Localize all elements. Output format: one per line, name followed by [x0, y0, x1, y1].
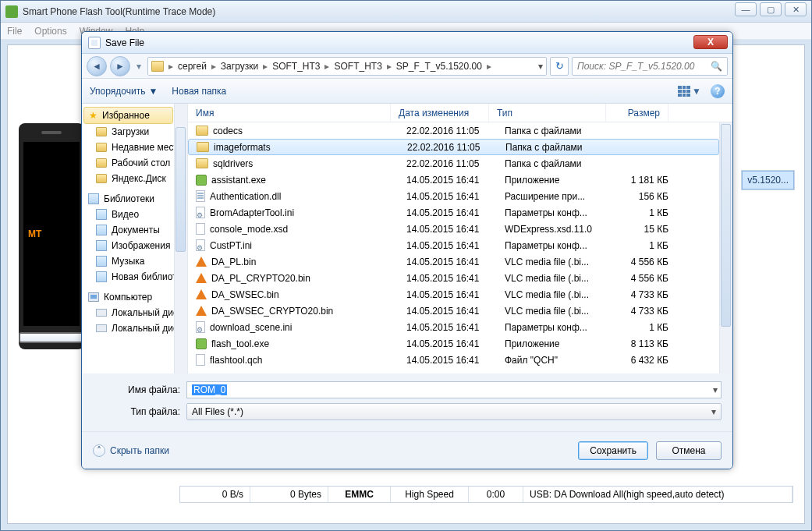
table-row[interactable]: Authentication.dll14.05.2015 16:41Расшир… — [188, 188, 719, 204]
table-row[interactable]: CustPT.ini14.05.2015 16:41Параметры конф… — [188, 237, 719, 253]
dialog-close-button[interactable]: X — [693, 35, 728, 49]
file-date: 14.05.2015 16:41 — [399, 355, 497, 366]
tree-item[interactable]: Документы — [82, 222, 187, 238]
nav-tree[interactable]: ★Избранное Загрузки Недавние места Рабоч… — [82, 104, 188, 373]
table-row[interactable]: sqldrivers22.02.2016 11:05Папка с файлам… — [188, 155, 719, 172]
table-row[interactable]: DA_PL.bin14.05.2015 16:41VLC media file … — [188, 253, 719, 270]
tree-item[interactable]: Недавние места — [82, 140, 187, 155]
tree-item[interactable]: Музыка — [82, 253, 187, 269]
file-name: codecs — [213, 126, 243, 136]
filename-label: Имя файла: — [93, 384, 186, 395]
table-row[interactable]: DA_SWSEC.bin14.05.2015 16:41VLC media fi… — [188, 286, 719, 303]
list-header[interactable]: Имя Дата изменения Тип Размер — [188, 104, 732, 122]
status-bar: 0 B/s 0 Bytes EMMC High Speed 0:00 USB: … — [179, 486, 793, 503]
chevron-down-icon[interactable]: ▾ — [713, 384, 718, 395]
vlc-icon — [196, 306, 207, 316]
tree-item[interactable]: Видео — [82, 207, 187, 222]
table-row[interactable]: flash_tool.exe14.05.2015 16:41Приложение… — [188, 335, 719, 352]
scroll-thumb[interactable] — [721, 124, 731, 327]
vlc-icon — [196, 273, 207, 283]
file-name: console_mode.xsd — [210, 224, 288, 235]
file-date: 14.05.2015 16:41 — [399, 338, 497, 349]
crumb[interactable]: SP_F_T_v5.1520.00 — [396, 61, 482, 72]
minimize-button[interactable]: ― — [735, 2, 757, 16]
dialog-titlebar[interactable]: Save File X — [82, 32, 732, 54]
table-row[interactable]: BromAdapterTool.ini14.05.2015 16:41Парам… — [188, 204, 719, 221]
tree-item[interactable]: Рабочий стол — [82, 155, 187, 171]
maximize-button[interactable]: ▢ — [760, 2, 782, 16]
hide-folders-toggle[interactable]: ˄Скрыть папки — [93, 444, 169, 457]
file-name: download_scene.ini — [210, 322, 292, 333]
file-date: 14.05.2015 16:41 — [399, 175, 497, 186]
tree-libraries[interactable]: Библиотеки — [82, 191, 187, 207]
library-icon — [96, 271, 107, 282]
help-button[interactable]: ? — [711, 84, 725, 98]
crumb[interactable]: сергей — [178, 61, 207, 72]
parent-titlebar[interactable]: Smart Phone Flash Tool(Runtime Trace Mod… — [1, 1, 811, 23]
forward-button[interactable]: ► — [110, 56, 130, 76]
file-name: imageformats — [214, 142, 271, 153]
file-name: DA_SWSEC_CRYPTO20.bin — [211, 306, 333, 317]
save-button[interactable]: Сохранить — [578, 441, 648, 460]
file-name: DA_PL.bin — [211, 257, 256, 267]
file-size: 6 432 КБ — [614, 355, 676, 366]
file-name: assistant.exe — [211, 175, 266, 186]
list-scrollbar[interactable] — [719, 122, 732, 373]
file-size: 1 КБ — [614, 240, 676, 251]
crumb[interactable]: Загрузки — [221, 61, 258, 72]
tree-item[interactable]: Локальный диск — [82, 320, 187, 336]
status-time: 0:00 — [469, 487, 523, 502]
tree-scrollbar[interactable] — [174, 104, 187, 373]
refresh-button[interactable]: ↻ — [550, 57, 569, 76]
crumb[interactable]: SOFT_HT3 — [334, 61, 381, 72]
table-row[interactable]: codecs22.02.2016 11:05Папка с файлами — [188, 122, 719, 139]
tree-item[interactable]: Локальный диск — [82, 305, 187, 320]
close-button[interactable]: ✕ — [785, 2, 807, 16]
filetype-select[interactable]: All Files (*.*)▾ — [186, 403, 722, 420]
status-bytes: 0 Bytes — [250, 487, 328, 502]
col-date[interactable]: Дата изменения — [391, 104, 489, 122]
address-bar[interactable]: ▸сергей ▸Загрузки ▸SOFT_HT3 ▸SOFT_HT3 ▸S… — [147, 57, 547, 76]
dialog-icon — [88, 37, 101, 49]
tree-item[interactable]: Яндекс.Диск — [82, 171, 187, 186]
file-list[interactable]: Имя Дата изменения Тип Размер codecs22.0… — [188, 104, 732, 373]
file-date: 14.05.2015 16:41 — [399, 306, 497, 317]
chevron-down-icon[interactable]: ▾ — [711, 406, 716, 417]
file-name: Authentication.dll — [210, 191, 281, 202]
col-name[interactable]: Имя — [188, 104, 391, 122]
table-row[interactable]: DA_PL_CRYPTO20.bin14.05.2015 16:41VLC me… — [188, 270, 719, 286]
file-type: VLC media file (.bi... — [497, 257, 614, 267]
table-row[interactable]: download_scene.ini14.05.2015 16:41Параме… — [188, 319, 719, 335]
nav-history-dropdown[interactable]: ▾ — [133, 56, 144, 76]
new-folder-button[interactable]: Новая папка — [172, 86, 226, 97]
scroll-thumb[interactable] — [176, 127, 186, 252]
filename-input[interactable]: ROM_0▾ — [186, 381, 722, 398]
tree-item[interactable]: Новая библиоте — [82, 269, 187, 285]
col-size[interactable]: Размер — [606, 104, 668, 122]
file-size: 4 556 КБ — [614, 257, 676, 267]
view-mode-button[interactable]: ▼ — [678, 86, 701, 97]
search-icon[interactable]: 🔍 — [711, 61, 722, 72]
version-chip[interactable]: v5.1520... — [742, 171, 794, 189]
table-row[interactable]: assistant.exe14.05.2015 16:41Приложение1… — [188, 172, 719, 188]
cancel-button[interactable]: Отмена — [656, 441, 722, 460]
table-row[interactable]: imageformats22.02.2016 11:05Папка с файл… — [188, 139, 719, 155]
file-name: DA_PL_CRYPTO20.bin — [211, 273, 310, 284]
table-row[interactable]: flashtool.qch14.05.2015 16:41Файл "QCH"6… — [188, 352, 719, 368]
address-dropdown[interactable]: ▾ — [538, 61, 543, 72]
search-box[interactable]: 🔍 — [572, 57, 728, 76]
ini-icon — [196, 207, 205, 218]
tree-item[interactable]: Загрузки — [82, 124, 187, 140]
organize-button[interactable]: Упорядочить▼ — [90, 86, 158, 97]
back-button[interactable]: ◄ — [87, 56, 107, 76]
tree-favorites[interactable]: ★Избранное — [83, 107, 173, 124]
table-row[interactable]: console_mode.xsd14.05.2015 16:41WDExpres… — [188, 221, 719, 237]
table-row[interactable]: DA_SWSEC_CRYPTO20.bin14.05.2015 16:41VLC… — [188, 303, 719, 319]
crumb[interactable]: SOFT_HT3 — [272, 61, 320, 72]
search-input[interactable] — [577, 61, 702, 72]
tree-computer[interactable]: Компьютер — [82, 289, 187, 305]
tree-item[interactable]: Изображения — [82, 238, 187, 253]
menu-file[interactable]: File — [7, 26, 22, 37]
col-type[interactable]: Тип — [489, 104, 606, 122]
menu-options[interactable]: Options — [34, 26, 66, 37]
